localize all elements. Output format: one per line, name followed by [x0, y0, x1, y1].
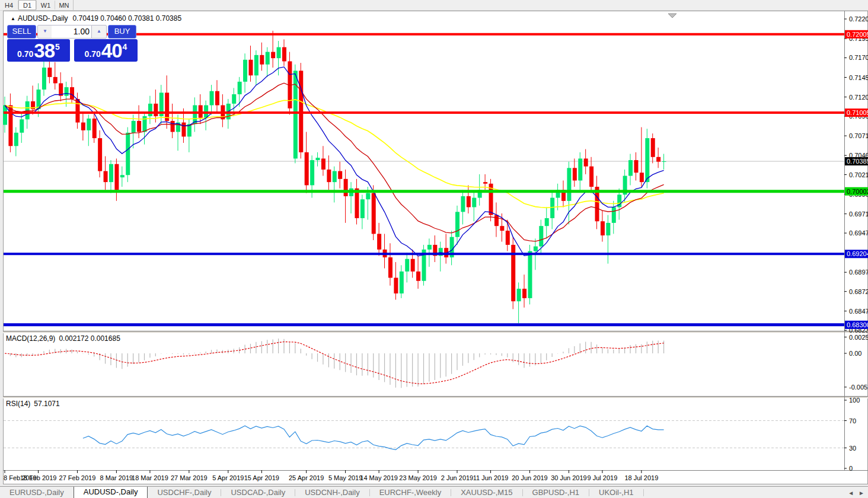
- sell-price-pipette: 5: [55, 42, 60, 52]
- rsi-indicator-label: RSI(14)57.1071: [6, 400, 60, 408]
- svg-text:30: 30: [849, 445, 856, 452]
- buy-price-digits: 40: [101, 42, 122, 60]
- tab-eurusd-daily[interactable]: EURUSD-,Daily: [0, 487, 74, 498]
- svg-text:0.71705: 0.71705: [849, 54, 868, 61]
- svg-text:27 Mar 2019: 27 Mar 2019: [171, 474, 208, 481]
- volume-field-wrap: [52, 25, 91, 39]
- svg-text:18 Feb 2019: 18 Feb 2019: [20, 474, 57, 481]
- sell-price-digits: 38: [34, 42, 55, 60]
- svg-text:0.002524: 0.002524: [849, 334, 868, 341]
- collapse-panel-icon[interactable]: ▲: [11, 16, 15, 21]
- symbol-period-label: AUDUSD-,Daily: [18, 14, 68, 23]
- buy-price-pipette: 4: [123, 42, 127, 52]
- svg-text:0.69204: 0.69204: [847, 250, 868, 257]
- tab-gbpusd-h1[interactable]: GBPUSD-,H1: [523, 487, 589, 498]
- sell-price-prefix: 0.70: [17, 49, 33, 59]
- sell-button[interactable]: SELL: [7, 25, 36, 39]
- svg-text:23 May 2019: 23 May 2019: [399, 474, 437, 481]
- svg-text:18 Jul 2019: 18 Jul 2019: [624, 474, 658, 481]
- svg-text:11 Jun 2019: 11 Jun 2019: [473, 474, 509, 481]
- svg-text:0.70215: 0.70215: [849, 171, 868, 178]
- mt4-window: H4 D1 W1 MN 0.722000.719500.717050.71455…: [0, 0, 868, 498]
- tab-scroll-right-icon[interactable]: ►: [859, 490, 864, 496]
- rsi-name: RSI(14): [6, 400, 30, 408]
- svg-text:14 May 2019: 14 May 2019: [360, 474, 398, 481]
- timeframe-toolbar: H4 D1 W1 MN: [0, 0, 868, 11]
- tab-usdcad-daily[interactable]: USDCAD-,Daily: [221, 487, 295, 498]
- svg-text:0.00: 0.00: [849, 350, 861, 357]
- svg-text:0: 0: [849, 465, 853, 472]
- svg-text:15 Apr 2019: 15 Apr 2019: [244, 474, 279, 481]
- rsi-value: 57.1071: [34, 400, 59, 408]
- svg-text:0.70002: 0.70002: [847, 188, 868, 195]
- ohlc-values: 0.70419 0.70460 0.70381 0.70385: [73, 14, 182, 23]
- svg-text:0.68970: 0.68970: [849, 269, 868, 276]
- tab-xauusd-m15[interactable]: XAUUSD-,M15: [451, 487, 522, 498]
- tab-separator: [643, 489, 644, 496]
- svg-text:0.70385: 0.70385: [847, 158, 868, 165]
- buy-price-prefix: 0.70: [85, 49, 101, 59]
- macd-indicator-label: MACD(12,26,9)0.002172 0.001685: [6, 334, 120, 343]
- tab-audusd-daily[interactable]: AUDUSD-,Daily: [74, 487, 148, 498]
- svg-text:0.72005: 0.72005: [847, 31, 868, 38]
- timeframe-h4-button[interactable]: H4: [0, 0, 18, 10]
- chart-title: ▲AUDUSD-,Daily0.70419 0.70460 0.70381 0.…: [11, 14, 181, 23]
- svg-text:27 Feb 2019: 27 Feb 2019: [59, 474, 96, 481]
- tab-eurchf-weekly[interactable]: EURCHF-,Weekly: [370, 487, 451, 498]
- svg-text:9 Jul 2019: 9 Jul 2019: [588, 474, 618, 481]
- svg-text:18 Mar 2019: 18 Mar 2019: [132, 474, 168, 481]
- svg-text:0.68300: 0.68300: [847, 321, 868, 328]
- macd-values: 0.002172 0.001685: [59, 334, 120, 343]
- svg-text:70: 70: [849, 417, 856, 424]
- svg-text:0.72200: 0.72200: [849, 15, 868, 23]
- buy-price-display[interactable]: 0.70 40 4: [74, 39, 138, 62]
- svg-text:0.69470: 0.69470: [849, 229, 868, 237]
- toolbar-separator: [73, 0, 74, 10]
- price-chart-canvas[interactable]: 0.722000.719500.717050.714550.712050.709…: [3, 11, 868, 484]
- svg-text:-0.005234: -0.005234: [849, 384, 868, 391]
- timeframe-d1-button[interactable]: D1: [18, 0, 36, 10]
- svg-text:25 Apr 2019: 25 Apr 2019: [289, 474, 324, 481]
- trade-panel-top-row: SELL ▼ ▲ BUY: [6, 25, 138, 38]
- sell-price-display[interactable]: 0.70 38 5: [7, 39, 70, 62]
- tab-usdchf-daily[interactable]: USDCHF-,Daily: [148, 487, 221, 498]
- timeframe-mn-button[interactable]: MN: [55, 0, 73, 10]
- svg-text:0.70710: 0.70710: [849, 132, 868, 139]
- svg-text:5 May 2019: 5 May 2019: [328, 474, 362, 481]
- chart-window: 0.722000.719500.717050.714550.712050.709…: [3, 11, 868, 484]
- svg-text:0.68725: 0.68725: [849, 288, 868, 295]
- macd-name: MACD(12,26,9): [6, 334, 55, 343]
- svg-text:0.71205: 0.71205: [849, 94, 868, 101]
- svg-text:0.68475: 0.68475: [849, 308, 868, 315]
- timeframe-w1-button[interactable]: W1: [37, 0, 55, 10]
- svg-text:20 Jun 2019: 20 Jun 2019: [512, 474, 548, 481]
- volume-increase-button[interactable]: ▲: [91, 25, 107, 39]
- one-click-trading-panel: SELL ▼ ▲ BUY 0.70 38 5 0.70 40 4: [6, 25, 138, 72]
- tab-usdcnh-daily[interactable]: USDCNH-,Daily: [295, 487, 369, 498]
- svg-text:8 Mar 2019: 8 Mar 2019: [100, 474, 133, 481]
- volume-decrease-button[interactable]: ▼: [37, 25, 53, 39]
- svg-text:0.69715: 0.69715: [849, 210, 868, 218]
- svg-text:30 Jun 2019: 30 Jun 2019: [551, 474, 587, 481]
- svg-text:0.71005: 0.71005: [847, 109, 868, 116]
- volume-input[interactable]: [52, 25, 91, 37]
- chart-tab-bar: EURUSD-,Daily AUDUSD-,Daily USDCHF-,Dail…: [0, 486, 868, 498]
- tab-scroll-arrows: ◄ ►: [848, 487, 868, 498]
- tab-ukoil-h1[interactable]: UKOil-,H1: [589, 487, 643, 498]
- tab-scroll-left-icon[interactable]: ◄: [848, 490, 854, 496]
- buy-button[interactable]: BUY: [108, 25, 136, 39]
- svg-text:5 Apr 2019: 5 Apr 2019: [212, 474, 244, 481]
- svg-text:2 Jun 2019: 2 Jun 2019: [441, 474, 473, 481]
- svg-text:100: 100: [849, 397, 860, 404]
- svg-text:0.71455: 0.71455: [849, 74, 868, 81]
